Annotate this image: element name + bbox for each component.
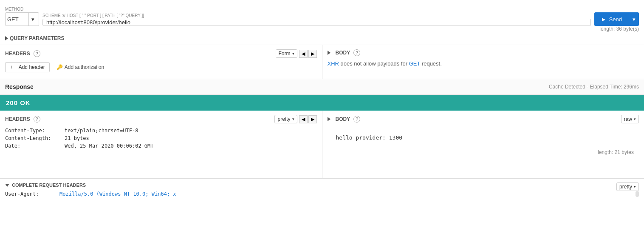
headers-help-icon[interactable]: ? (34, 50, 40, 57)
user-agent-value: Mozilla/5.0 (Windows NT 10.0; Win64; x (59, 191, 176, 197)
complete-headers-label: COMPLETE REQUEST HEADERS (12, 182, 86, 188)
header-val-content-length: 21 bytes (65, 135, 89, 141)
user-agent-row: User-Agent: Mozilla/5.0 (Windows NT 10.0… (5, 191, 639, 197)
send-button-group[interactable]: ► Send ▾ (594, 12, 639, 26)
add-header-button[interactable]: + + Add header (5, 62, 50, 72)
query-params-toggle[interactable]: QUERY PARAMETERS (5, 35, 639, 41)
method-dropdown-arrow: ▾ (28, 13, 37, 26)
header-key-date: Date: (5, 143, 65, 149)
query-params-label: QUERY PARAMETERS (10, 35, 64, 41)
resp-body-title: BODY (336, 116, 350, 122)
body-title: BODY (336, 50, 350, 56)
table-row: Content-Length: 21 bytes (5, 135, 317, 141)
method-label: METHOD (5, 7, 39, 11)
body-expand-icon (328, 51, 330, 55)
body-message: XHR does not allow payloads for GET requ… (328, 60, 639, 67)
raw-dropdown-icon: ▾ (634, 117, 636, 121)
method-value: GET (7, 16, 27, 23)
triangle-down-icon (5, 184, 9, 187)
nav-next-arrow[interactable]: ▶ (308, 50, 317, 58)
response-header-bar: Response Cache Detected - Elapsed Time: … (0, 79, 644, 95)
table-row: Content-Type: text/plain;charset=UTF-8 (5, 128, 317, 134)
send-dropdown-button[interactable]: ▾ (629, 12, 639, 26)
length-info: length: 36 byte(s) (5, 26, 639, 34)
table-row: Date: Wed, 25 Mar 2020 00:06:02 GMT (5, 143, 317, 149)
scheme-label: SCHEME :// HOST [ ":" PORT ] [ PATH [ "?… (42, 13, 591, 18)
form-dropdown-icon: ▾ (292, 51, 294, 56)
resp-headers-help-icon[interactable]: ? (34, 116, 40, 123)
request-body-panel: BODY ? XHR does not allow payloads for G… (322, 45, 644, 79)
complete-headers-toggle[interactable]: COMPLETE REQUEST HEADERS (5, 182, 86, 188)
header-val-date: Wed, 25 Mar 2020 00:06:02 GMT (65, 143, 154, 149)
pretty-select-2[interactable]: pretty ▾ (616, 182, 639, 191)
add-auth-label: Add authorization (65, 64, 104, 70)
header-val-content-type: text/plain;charset=UTF-8 (65, 128, 138, 134)
get-link: GET (409, 60, 421, 67)
response-headers-table: Content-Type: text/plain;charset=UTF-8 C… (5, 128, 317, 149)
complete-headers-section: COMPLETE REQUEST HEADERS pretty ▾ User-A… (0, 179, 644, 200)
headers-title: HEADERS (5, 51, 30, 57)
resp-body-help-icon[interactable]: ? (353, 116, 360, 123)
response-body-panel: BODY ? raw ▾ hello provider: 1300 length… (322, 111, 644, 178)
pretty-select[interactable]: pretty ▾ (274, 115, 297, 123)
scrollbar[interactable] (636, 191, 639, 197)
header-key-content-length: Content-Length: (5, 135, 65, 141)
lock-icon: 🔑 (56, 64, 63, 70)
response-title: Response (5, 83, 34, 90)
resp-body-expand-icon (328, 117, 330, 121)
body-help-icon[interactable]: ? (353, 49, 360, 56)
response-length: length: 21 bytes (328, 148, 639, 157)
status-bar: 200 OK (0, 95, 644, 111)
triangle-right-icon (5, 36, 8, 40)
raw-select[interactable]: raw ▾ (621, 115, 639, 123)
request-headers-panel: HEADERS ? Form ▾ ◀ ▶ + + Add header 🔑 Ad (0, 45, 322, 79)
add-header-label: + Add header (14, 64, 45, 70)
add-auth-button[interactable]: 🔑 Add authorization (53, 63, 107, 72)
elapsed-time: Cache Detected - Elapsed Time: 296ms (549, 84, 639, 90)
resp-nav-prev-arrow[interactable]: ◀ (299, 115, 308, 123)
url-input[interactable] (42, 19, 591, 26)
pretty2-dropdown-icon: ▾ (634, 185, 636, 189)
response-body-content: hello provider: 1300 (328, 128, 639, 148)
send-main-button[interactable]: ► Send (594, 12, 629, 26)
resp-nav-next-arrow[interactable]: ▶ (308, 115, 317, 123)
nav-prev-arrow[interactable]: ◀ (299, 50, 308, 58)
header-key-content-type: Content-Type: (5, 128, 65, 134)
method-select[interactable]: GET ▾ (5, 12, 39, 26)
pretty-dropdown-icon: ▾ (292, 117, 294, 121)
user-agent-key: User-Agent: (5, 191, 56, 197)
add-header-icon: + (10, 64, 13, 70)
form-select[interactable]: Form ▾ (276, 49, 297, 58)
resp-headers-title: HEADERS (5, 116, 30, 122)
xhr-link: XHR (328, 60, 339, 67)
response-headers-panel: HEADERS ? pretty ▾ ◀ ▶ Content-Type: tex… (0, 111, 322, 178)
